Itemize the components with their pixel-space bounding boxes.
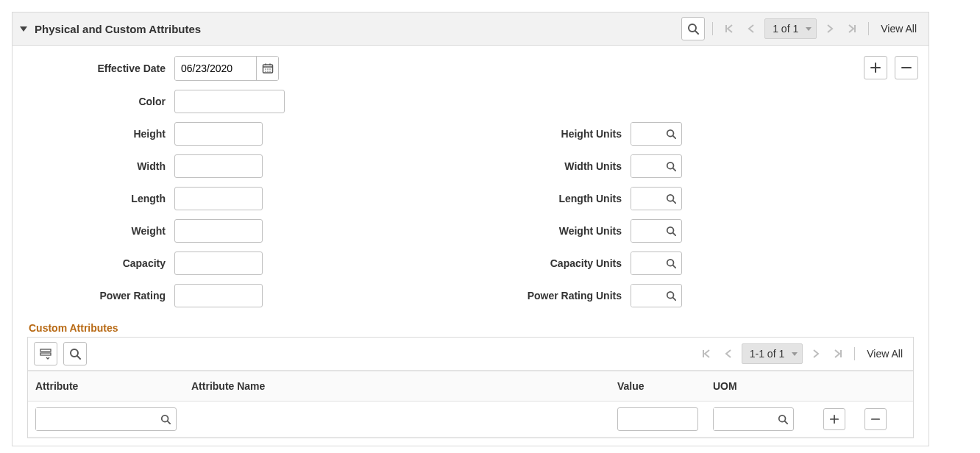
width-input[interactable] (174, 154, 263, 178)
panel-body: Effective Date Color Height (13, 46, 928, 446)
width-units-input[interactable] (631, 155, 661, 177)
search-icon (666, 290, 676, 301)
row-attribute-input[interactable] (36, 408, 155, 430)
length-units-field (631, 187, 682, 210)
power-rating-units-label: Power Rating Units (322, 290, 631, 302)
capacity-units-label: Capacity Units (322, 257, 631, 269)
row-attribute-name (184, 402, 610, 438)
length-input[interactable] (174, 187, 263, 210)
capacity-label: Capacity (27, 257, 174, 269)
grid-settings-button[interactable] (34, 342, 57, 365)
width-units-label: Width Units (322, 160, 631, 172)
col-value[interactable]: Value (610, 371, 706, 402)
row-delete-button[interactable] (864, 408, 887, 430)
first-page-button[interactable] (720, 20, 738, 38)
minus-icon (901, 63, 912, 73)
next-page-button[interactable] (821, 20, 839, 38)
search-icon (666, 226, 676, 236)
add-row-button[interactable] (864, 56, 887, 79)
svg-point-10 (267, 71, 269, 72)
grid-prev-button[interactable] (720, 345, 737, 363)
row-uom-input[interactable] (714, 408, 773, 430)
separator (854, 347, 855, 360)
weight-units-field (631, 219, 682, 243)
search-icon (666, 258, 676, 268)
svg-line-19 (673, 233, 676, 236)
length-units-label: Length Units (322, 193, 631, 204)
capacity-units-lookup[interactable] (661, 258, 681, 268)
separator (868, 22, 869, 35)
last-icon (848, 24, 856, 33)
power-rating-label: Power Rating (27, 290, 174, 302)
grid-first-button[interactable] (697, 345, 715, 363)
plus-icon (830, 415, 839, 424)
svg-point-6 (265, 68, 266, 70)
grid-view-all-link[interactable]: View All (862, 348, 907, 360)
power-rating-input[interactable] (174, 284, 263, 307)
search-icon (160, 414, 171, 424)
chevron-right-icon (812, 349, 820, 358)
row-add-button[interactable] (823, 408, 845, 430)
search-icon (778, 414, 788, 424)
col-uom[interactable]: UOM (706, 371, 816, 402)
chevron-left-icon (748, 24, 755, 33)
find-button[interactable] (681, 17, 705, 40)
height-units-label: Height Units (322, 128, 631, 140)
weight-units-input[interactable] (631, 220, 661, 242)
power-rating-units-lookup[interactable] (661, 290, 681, 301)
height-units-field (631, 122, 682, 146)
grid-next-button[interactable] (807, 345, 825, 363)
height-units-input[interactable] (631, 123, 661, 145)
length-units-lookup[interactable] (661, 193, 681, 204)
chevron-right-icon (826, 24, 834, 33)
row-attribute-lookup[interactable] (155, 414, 176, 424)
first-icon (702, 349, 711, 358)
collapse-icon[interactable] (20, 26, 27, 32)
delete-row-button[interactable] (895, 56, 918, 79)
svg-point-11 (269, 71, 271, 72)
width-units-field (631, 154, 682, 178)
length-units-input[interactable] (631, 188, 661, 210)
height-input[interactable] (174, 122, 263, 146)
weight-label: Weight (27, 225, 174, 237)
col-attribute-name[interactable]: Attribute Name (184, 371, 610, 402)
page-select[interactable]: 1 of 1 (764, 18, 817, 39)
height-units-lookup[interactable] (661, 129, 681, 139)
last-icon (834, 349, 842, 358)
minus-icon (871, 415, 880, 424)
search-icon (666, 161, 676, 171)
search-icon (666, 193, 676, 204)
last-page-button[interactable] (843, 20, 861, 38)
chevron-down-icon (792, 352, 798, 356)
color-input[interactable] (174, 90, 285, 113)
date-picker-button[interactable] (256, 57, 278, 80)
table-row (28, 402, 913, 438)
chevron-left-icon (725, 349, 732, 358)
width-label: Width (27, 160, 174, 172)
capacity-units-input[interactable] (631, 252, 661, 274)
row-uom-lookup[interactable] (773, 414, 793, 424)
width-units-lookup[interactable] (661, 161, 681, 171)
weight-units-lookup[interactable] (661, 226, 681, 236)
effective-date-input[interactable] (175, 57, 256, 80)
weight-input[interactable] (174, 219, 263, 243)
row-value-input[interactable] (617, 407, 698, 431)
capacity-input[interactable] (174, 252, 263, 275)
plus-icon (870, 63, 881, 73)
power-rating-units-input[interactable] (631, 285, 661, 307)
height-label: Height (27, 128, 174, 140)
col-attribute[interactable]: Attribute (28, 371, 184, 402)
grid-page-select[interactable]: 1-1 of 1 (742, 343, 803, 364)
grid-last-button[interactable] (829, 345, 847, 363)
prev-page-button[interactable] (742, 20, 760, 38)
effective-date-wrapper (174, 56, 279, 81)
page-text: 1 of 1 (773, 23, 798, 35)
color-label: Color (27, 96, 174, 107)
grid-find-button[interactable] (63, 342, 87, 365)
svg-line-29 (168, 421, 171, 424)
svg-point-8 (269, 68, 271, 70)
custom-attributes-grid: 1-1 of 1 View All (27, 337, 914, 438)
svg-line-1 (695, 31, 698, 34)
view-all-link[interactable]: View All (876, 23, 921, 35)
svg-point-9 (265, 71, 266, 72)
